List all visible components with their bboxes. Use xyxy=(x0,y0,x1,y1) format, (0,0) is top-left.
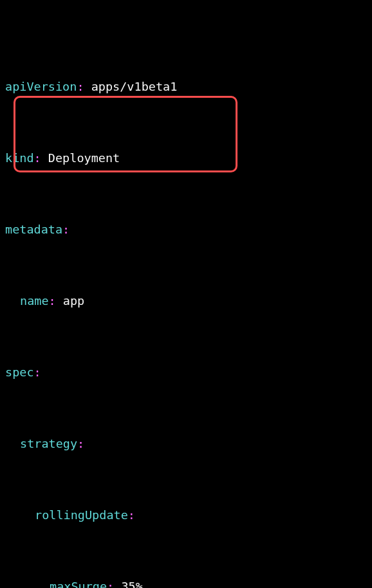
key-apiversion: apiVersion xyxy=(5,80,77,93)
line-metadata: metadata: xyxy=(5,221,367,239)
key-spec: spec xyxy=(5,365,34,379)
line-rollingupdate: rollingUpdate: xyxy=(5,506,367,524)
key-metadata: metadata xyxy=(5,223,62,236)
line-kind: kind: Deployment xyxy=(5,149,367,167)
line-strategy: strategy: xyxy=(5,435,367,453)
val-apiversion: apps/v1beta1 xyxy=(91,80,178,93)
yaml-code-block: apiVersion: apps/v1beta1 kind: Deploymen… xyxy=(5,6,367,588)
line-spec: spec: xyxy=(5,363,367,381)
key-rollingupdate: rollingUpdate xyxy=(35,508,128,522)
colon: : xyxy=(77,80,84,93)
key-kind: kind xyxy=(5,151,34,165)
line-maxsurge: maxSurge: 35% xyxy=(5,578,367,588)
val-maxsurge: 35% xyxy=(121,580,142,588)
line-meta-name: name: app xyxy=(5,292,367,310)
line-apiversion: apiVersion: apps/v1beta1 xyxy=(5,78,367,96)
val-kind: Deployment xyxy=(48,151,120,165)
key-strategy: strategy xyxy=(20,437,77,450)
val-meta-name: app xyxy=(63,294,84,308)
key-meta-name: name xyxy=(20,294,49,308)
key-maxsurge: maxSurge xyxy=(50,580,107,588)
